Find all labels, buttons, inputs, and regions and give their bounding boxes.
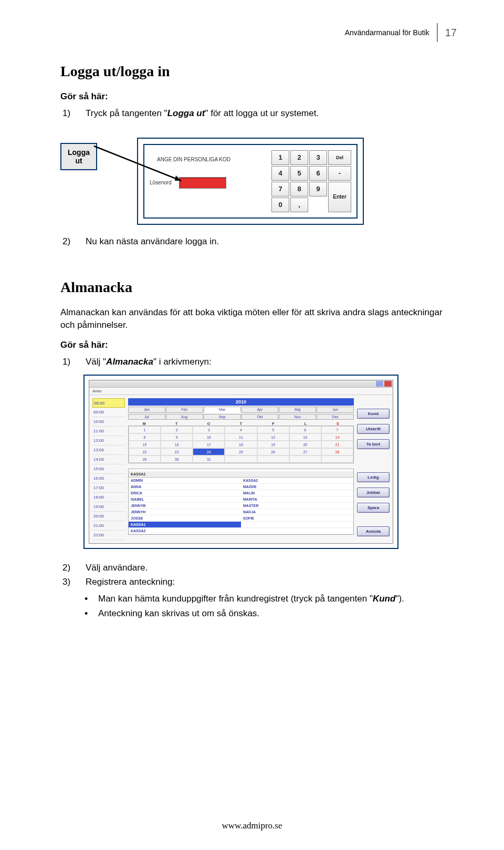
calendar-day[interactable]: 2 xyxy=(161,426,193,433)
user-item[interactable]: MASTER xyxy=(241,503,353,509)
calendar-day[interactable]: 16 xyxy=(161,441,193,448)
calendar-day[interactable]: 25 xyxy=(225,448,257,455)
key-4[interactable]: 4 xyxy=(271,166,289,181)
user-item[interactable]: KASSA2 xyxy=(241,478,353,484)
user-item[interactable]: JENNYB xyxy=(129,503,241,509)
calendar-day[interactable]: 9 xyxy=(161,433,193,441)
step-1-2: 2) Nu kan nästa användare logga in. xyxy=(86,235,457,248)
month-tab[interactable]: Apr xyxy=(242,407,279,413)
time-slot[interactable]: 17:00 xyxy=(92,483,125,493)
calendar-day[interactable]: 24 xyxy=(193,448,225,455)
alm-button-kund[interactable]: Kund xyxy=(357,409,390,419)
calendar-day[interactable]: 13 xyxy=(289,433,321,441)
calendar-day[interactable]: 22 xyxy=(129,448,161,455)
user-item[interactable]: ANNA xyxy=(129,484,241,490)
user-item[interactable]: MADDE xyxy=(241,484,353,490)
month-tab[interactable]: Nov xyxy=(279,414,316,420)
time-slot[interactable]: 18:00 xyxy=(92,493,125,502)
calendar-day[interactable]: 31 xyxy=(193,455,225,463)
key-7[interactable]: 7 xyxy=(271,182,289,196)
calendar-day[interactable]: 1 xyxy=(129,426,161,433)
user-item[interactable]: KASSA1 xyxy=(129,522,241,528)
month-tab[interactable]: Aug xyxy=(166,414,203,420)
month-tab[interactable]: Jul xyxy=(128,414,165,420)
time-slot[interactable]: 14:00 xyxy=(92,455,125,464)
alm-button-avsluta[interactable]: Avsluta xyxy=(357,526,390,536)
user-item[interactable]: SOFIE xyxy=(241,515,353,522)
month-tab[interactable]: Feb xyxy=(166,407,203,413)
time-slot[interactable]: 08:00 xyxy=(92,398,125,408)
calendar-day[interactable]: 14 xyxy=(321,433,353,441)
key-dash[interactable]: - xyxy=(328,166,351,181)
time-slot[interactable]: 19:00 xyxy=(92,502,125,512)
month-tab[interactable]: Jun xyxy=(317,407,354,413)
user-item[interactable]: MARITA xyxy=(241,496,353,503)
alm-button-utskrift[interactable]: Utskrift xyxy=(357,424,390,434)
menu-arkiv[interactable]: Arkiv xyxy=(89,388,393,395)
alm-button-ledig[interactable]: Ledig xyxy=(357,472,390,482)
calendar-day[interactable]: 23 xyxy=(161,448,193,455)
key-enter[interactable]: Enter xyxy=(328,182,351,212)
key-0[interactable]: 0 xyxy=(271,198,289,212)
time-slot[interactable]: 10:00 xyxy=(92,417,125,427)
time-slot[interactable]: 21:00 xyxy=(92,521,125,531)
key-1[interactable]: 1 xyxy=(271,150,289,165)
calendar-day[interactable]: 6 xyxy=(289,426,321,433)
user-item[interactable]: JENNYH xyxy=(129,509,241,515)
time-slot[interactable]: 09:00 xyxy=(92,408,125,417)
calendar-day[interactable]: 7 xyxy=(321,426,353,433)
calendar-day[interactable]: 29 xyxy=(129,455,161,463)
window-close-icon[interactable] xyxy=(384,381,392,387)
user-item[interactable]: MALIN xyxy=(241,490,353,496)
alm-button-jobbar[interactable]: Jobbar xyxy=(357,488,390,497)
calendar-day[interactable]: 27 xyxy=(289,448,321,455)
time-slot[interactable]: 15:00 xyxy=(92,464,125,474)
month-tab[interactable]: Maj xyxy=(279,407,316,413)
key-9[interactable]: 9 xyxy=(309,182,327,196)
time-slot[interactable]: 16:00 xyxy=(92,474,125,483)
calendar-day[interactable]: 11 xyxy=(225,433,257,441)
key-comma[interactable]: , xyxy=(290,198,308,212)
time-slot[interactable]: 20:00 xyxy=(92,512,125,521)
key-3[interactable]: 3 xyxy=(309,150,327,165)
calendar-day[interactable]: 28 xyxy=(321,448,353,455)
calendar-day[interactable]: 3 xyxy=(193,426,225,433)
calendar-day[interactable]: 17 xyxy=(193,441,225,448)
calendar-day[interactable]: 15 xyxy=(129,441,161,448)
calendar-day[interactable]: 8 xyxy=(129,433,161,441)
key-5[interactable]: 5 xyxy=(290,166,308,181)
page-number: 17 xyxy=(445,27,457,39)
calendar-day[interactable]: 21 xyxy=(321,441,353,448)
key-del[interactable]: Del xyxy=(328,150,351,165)
month-tab[interactable]: Okt xyxy=(242,414,279,420)
calendar-day[interactable]: 4 xyxy=(225,426,257,433)
calendar-day[interactable]: 18 xyxy=(225,441,257,448)
time-slot[interactable]: 13:00 xyxy=(92,445,125,455)
user-item[interactable]: ERICA xyxy=(129,490,241,496)
month-tab[interactable]: Mar xyxy=(204,407,241,413)
key-6[interactable]: 6 xyxy=(309,166,327,181)
user-item[interactable]: NADJA xyxy=(241,509,353,515)
user-item[interactable]: JOSSE xyxy=(129,515,241,522)
time-slot[interactable]: 12:00 xyxy=(92,436,125,445)
user-item[interactable]: ISABEL xyxy=(129,496,241,503)
month-tab[interactable]: Dec xyxy=(317,414,354,420)
user-item[interactable]: ADMIN xyxy=(129,478,241,484)
calendar-day[interactable]: 30 xyxy=(161,455,193,463)
month-tab[interactable]: Sep xyxy=(204,414,241,420)
window-min-icon[interactable] xyxy=(376,381,383,387)
alm-button-ta-bort[interactable]: Ta bort xyxy=(357,439,390,449)
month-tab[interactable]: Jan xyxy=(128,407,165,413)
key-2[interactable]: 2 xyxy=(290,150,308,165)
calendar-day[interactable]: 5 xyxy=(257,426,289,433)
time-slot[interactable]: 11:00 xyxy=(92,427,125,436)
calendar-day[interactable]: 10 xyxy=(193,433,225,441)
calendar-day[interactable]: 26 xyxy=(257,448,289,455)
calendar-day[interactable]: 20 xyxy=(289,441,321,448)
calendar-day[interactable]: 19 xyxy=(257,441,289,448)
alm-button-spara[interactable]: Spara xyxy=(357,503,390,513)
key-8[interactable]: 8 xyxy=(290,182,308,196)
time-slot[interactable]: 22:00 xyxy=(92,531,125,540)
user-item[interactable]: KASSA2 xyxy=(129,528,241,534)
calendar-day[interactable]: 12 xyxy=(257,433,289,441)
